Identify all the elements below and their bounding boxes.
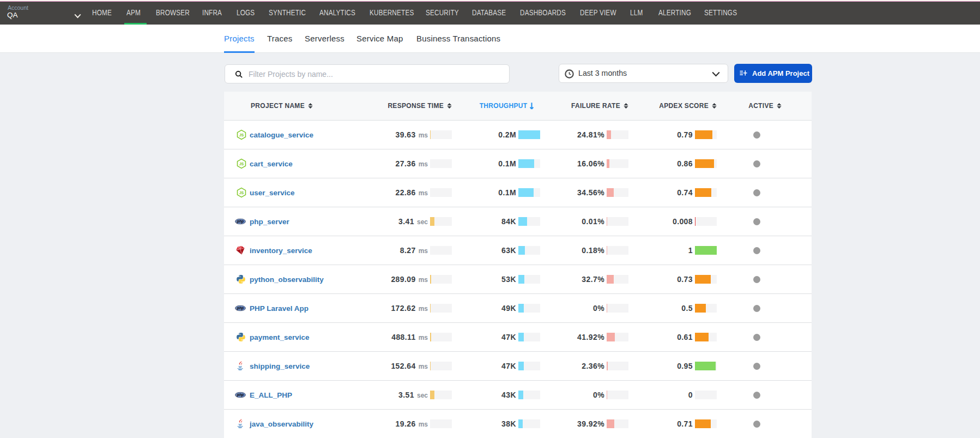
svg-text:php: php [237,393,244,397]
svg-text:php: php [237,306,244,310]
svg-text:JS: JS [239,191,244,195]
svg-text:php: php [237,219,244,224]
svg-text:JS: JS [239,162,244,166]
svg-text:JS: JS [239,133,244,137]
